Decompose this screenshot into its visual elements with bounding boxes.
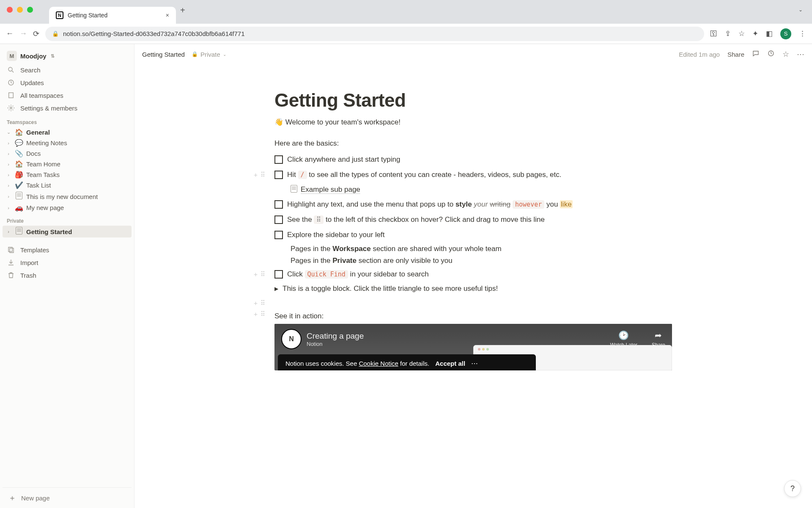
browser-titlebar: N Getting Started × + ⌄ xyxy=(0,0,812,24)
nav-reload-button[interactable]: ⟳ xyxy=(33,29,39,39)
drag-handle-icon[interactable]: ⠿ xyxy=(261,309,265,319)
todo-item[interactable]: Click anywhere and just start typing xyxy=(274,152,672,167)
todo-item[interactable]: Highlight any text, and use the menu tha… xyxy=(274,197,672,212)
bookmark-star-icon[interactable]: ☆ xyxy=(738,29,745,38)
lock-icon: 🔒 xyxy=(52,30,59,37)
sidebar-trash[interactable]: Trash xyxy=(3,270,132,281)
empty-block[interactable]: ＋ ⠿ xyxy=(274,295,672,306)
nav-forward-button[interactable]: → xyxy=(19,29,27,39)
todo-item[interactable]: ＋ ⠿ Click Quick Find in your sidebar to … xyxy=(274,267,672,282)
sidebar-page[interactable]: ›🎒Team Tasks xyxy=(3,169,132,180)
privacy-dropdown[interactable]: 🔒 Private ⌄ xyxy=(189,50,229,59)
address-bar[interactable]: 🔒 notion.so/Getting-Started-d0633ed732a7… xyxy=(45,27,704,41)
private-description[interactable]: Pages in the Private section are only vi… xyxy=(291,255,672,267)
see-action-heading[interactable]: ＋ ⠿ See it in action: xyxy=(274,306,672,324)
browser-menu-icon[interactable]: ⋮ xyxy=(799,29,806,38)
chevron-down-icon: ⌄ xyxy=(223,52,226,57)
share-button[interactable]: Share xyxy=(727,51,744,58)
sidebar-page[interactable]: ›This is my new document xyxy=(3,190,132,202)
close-tab-button[interactable]: × xyxy=(166,12,169,19)
disclosure-chevron-icon[interactable]: › xyxy=(5,162,12,167)
profile-avatar[interactable]: S xyxy=(780,28,791,39)
add-block-icon[interactable]: ＋ xyxy=(252,269,259,279)
sidebar-import[interactable]: Import xyxy=(3,257,132,268)
private-section-header: Private xyxy=(3,213,132,226)
checkbox[interactable] xyxy=(274,215,283,224)
checkbox[interactable] xyxy=(274,171,283,179)
page-emoji-icon: 📎 xyxy=(14,149,24,157)
sub-page-link[interactable]: Example sub page xyxy=(291,183,672,197)
window-minimize-dot[interactable] xyxy=(17,7,23,13)
disclosure-chevron-icon[interactable]: › xyxy=(5,141,12,146)
window-close-dot[interactable] xyxy=(7,7,13,13)
workspace-switcher[interactable]: M Moodjoy ⇅ xyxy=(3,48,132,64)
svg-line-1 xyxy=(12,71,14,72)
history-clock-icon[interactable] xyxy=(767,50,775,59)
checkbox[interactable] xyxy=(274,200,283,209)
disclosure-chevron-icon[interactable]: › xyxy=(5,229,12,234)
sidebar-page-label: Meeting Notes xyxy=(26,139,67,146)
todo-item[interactable]: Explore the sidebar to your left xyxy=(274,227,672,243)
sidebar-page[interactable]: ›💬Meeting Notes xyxy=(3,138,132,148)
welcome-line[interactable]: 👋 Welcome to your team's workspace! xyxy=(274,118,672,127)
todo-item[interactable]: See the ⠿ to the left of this checkbox o… xyxy=(274,212,672,227)
sidebar-page[interactable]: ›🚗My new page xyxy=(3,202,132,213)
cookie-notice-link[interactable]: Cookie Notice xyxy=(359,360,398,367)
workspace-description[interactable]: Pages in the Workspace section are share… xyxy=(291,243,672,255)
checkbox[interactable] xyxy=(274,231,283,239)
sidebar-updates[interactable]: Updates xyxy=(3,77,132,88)
sidebar-page[interactable]: ›📎Docs xyxy=(3,148,132,159)
cookie-accept-button[interactable]: Accept all xyxy=(435,360,465,367)
comments-icon[interactable] xyxy=(752,50,760,59)
favorite-star-icon[interactable]: ☆ xyxy=(782,50,789,59)
window-zoom-dot[interactable] xyxy=(27,7,33,13)
page-emoji-icon: 🎒 xyxy=(14,171,24,179)
checkbox[interactable] xyxy=(274,155,283,164)
add-block-icon[interactable]: ＋ xyxy=(252,170,259,179)
sidebar-all-teamspaces[interactable]: All teamspaces xyxy=(3,90,132,101)
drag-handle-icon[interactable]: ⠿ xyxy=(261,170,265,179)
disclosure-chevron-icon[interactable]: › xyxy=(5,151,12,156)
cookie-more-icon[interactable]: ⋯ xyxy=(471,359,478,367)
add-block-icon[interactable]: ＋ xyxy=(252,298,259,308)
basics-intro[interactable]: Here are the basics: xyxy=(274,139,672,148)
new-page-button[interactable]: ＋ New page xyxy=(3,487,132,508)
extensions-puzzle-icon[interactable]: ✦ xyxy=(752,29,758,38)
checkbox[interactable] xyxy=(274,270,283,279)
sidepanel-icon[interactable]: ◧ xyxy=(766,29,773,38)
disclosure-chevron-icon[interactable]: ⌄ xyxy=(5,130,12,135)
private-page-getting-started[interactable]: › Getting Started xyxy=(3,226,132,237)
page-more-icon[interactable]: ⋯ xyxy=(797,50,804,59)
toggle-block[interactable]: ▶ This is a toggle block. Click the litt… xyxy=(274,282,672,295)
sidebar-search-label: Search xyxy=(20,66,41,74)
breadcrumb-page[interactable]: Getting Started xyxy=(142,51,185,58)
private-page-label: Getting Started xyxy=(26,228,72,235)
browser-tab[interactable]: N Getting Started × xyxy=(49,7,176,24)
video-embed[interactable]: N Creating a page Notion 🕑Watch Later ➦S… xyxy=(274,324,672,370)
disclosure-chevron-icon[interactable]: › xyxy=(5,172,12,177)
sidebar-page[interactable]: ›🏠Team Home xyxy=(3,159,132,169)
teamspace-general[interactable]: ⌄ 🏠 General xyxy=(3,127,132,138)
sidebar-search[interactable]: Search xyxy=(3,64,132,75)
help-button[interactable]: ? xyxy=(784,480,801,497)
switcher-updown-icon: ⇅ xyxy=(51,53,55,59)
share-up-icon[interactable]: ⇪ xyxy=(725,29,731,38)
disclosure-chevron-icon[interactable]: › xyxy=(5,194,12,199)
sidebar-page[interactable]: ›✔️Task List xyxy=(3,180,132,190)
drag-handle-icon[interactable]: ⠿ xyxy=(261,269,265,279)
todo-item[interactable]: ＋ ⠿ Hit / to see all the types of conten… xyxy=(274,167,672,182)
new-tab-button[interactable]: + xyxy=(180,6,185,15)
add-block-icon[interactable]: ＋ xyxy=(252,309,259,319)
nav-back-button[interactable]: ← xyxy=(6,29,14,39)
sidebar-templates[interactable]: Templates xyxy=(3,244,132,255)
sidebar-import-label: Import xyxy=(20,259,38,266)
toggle-triangle-icon[interactable]: ▶ xyxy=(274,286,278,292)
disclosure-chevron-icon[interactable]: › xyxy=(5,183,12,188)
disclosure-chevron-icon[interactable]: › xyxy=(5,205,12,210)
drag-handle-icon[interactable]: ⠿ xyxy=(261,298,265,308)
key-icon[interactable]: ⚿ xyxy=(710,30,717,38)
page-title[interactable]: Getting Started xyxy=(274,90,672,111)
sidebar-settings[interactable]: Settings & members xyxy=(3,102,132,113)
privacy-label: Private xyxy=(200,51,220,58)
tabs-overflow-icon[interactable]: ⌄ xyxy=(798,7,803,13)
